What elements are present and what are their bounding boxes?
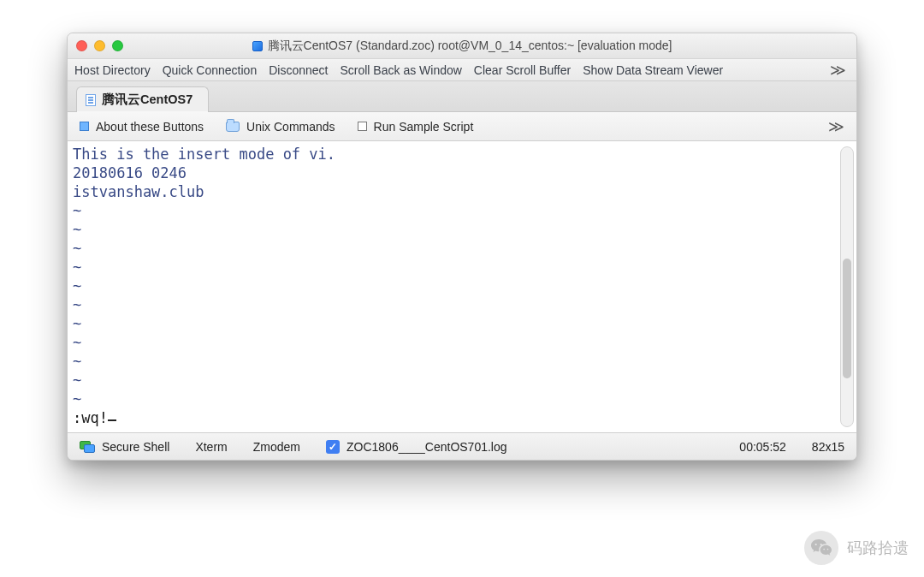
about-buttons[interactable]: About these Buttons	[80, 120, 204, 134]
status-term-label: Xterm	[195, 440, 227, 454]
run-sample-script[interactable]: Run Sample Script	[358, 120, 474, 134]
unix-commands[interactable]: Unix Commands	[226, 120, 335, 134]
term-tilde: ~	[73, 240, 81, 257]
term-line-3: istvanshaw.club	[73, 183, 204, 200]
titlebar: 腾讯云CentOS7 (Standard.zoc) root@VM_0_14_c…	[68, 33, 856, 59]
unix-commands-label: Unix Commands	[246, 120, 335, 134]
term-tilde: ~	[73, 259, 81, 276]
window-title: 腾讯云CentOS7 (Standard.zoc) root@VM_0_14_c…	[268, 39, 672, 54]
btnbar-overflow[interactable]: ≫	[828, 117, 844, 136]
folder-icon	[226, 122, 240, 132]
status-size: 82x15	[812, 440, 844, 454]
status-shell[interactable]: Secure Shell	[80, 440, 169, 454]
term-tilde: ~	[73, 372, 81, 389]
term-tilde: ~	[73, 202, 81, 219]
terminal[interactable]: This is the insert mode of vi. 20180616 …	[68, 141, 856, 432]
minimize-button[interactable]	[94, 40, 105, 51]
term-tilde: ~	[73, 315, 81, 332]
menu-quick-connection[interactable]: Quick Connection	[163, 63, 258, 77]
tabbar: 腾讯云CentOS7	[68, 81, 856, 112]
square-grey-icon	[358, 122, 367, 131]
menu-scroll-back[interactable]: Scroll Back as Window	[340, 63, 461, 77]
traffic-lights	[76, 40, 123, 51]
status-log[interactable]: ✓ ZOC1806____CentOS701.log	[326, 440, 507, 454]
status-size-value: 82x15	[812, 440, 844, 454]
window-icon	[252, 41, 263, 51]
status-shell-label: Secure Shell	[102, 440, 169, 454]
checkbox-icon[interactable]: ✓	[326, 440, 340, 454]
menu-data-stream[interactable]: Show Data Stream Viewer	[583, 63, 723, 77]
status-protocol-label: Zmodem	[253, 440, 300, 454]
term-tilde: ~	[73, 353, 81, 370]
menu-clear-scroll[interactable]: Clear Scroll Buffer	[474, 63, 571, 77]
status-term[interactable]: Xterm	[195, 440, 227, 454]
square-blue-icon	[80, 122, 89, 131]
maximize-button[interactable]	[112, 40, 123, 51]
menu-host-directory[interactable]: Host Directory	[74, 63, 151, 77]
status-protocol[interactable]: Zmodem	[253, 440, 300, 454]
about-buttons-label: About these Buttons	[96, 120, 204, 134]
term-command: :wq!	[73, 409, 108, 426]
term-line-1: This is the insert mode of vi.	[73, 146, 335, 163]
status-elapsed: 00:05:52	[739, 440, 786, 454]
watermark-text: 码路拾遗	[847, 538, 909, 558]
tab-label: 腾讯云CentOS7	[102, 92, 192, 108]
term-tilde: ~	[73, 334, 81, 351]
monitors-icon	[80, 441, 95, 453]
cursor	[108, 419, 116, 421]
run-sample-label: Run Sample Script	[374, 120, 474, 134]
term-tilde: ~	[73, 296, 81, 313]
close-button[interactable]	[76, 40, 87, 51]
button-toolbar: About these Buttons Unix Commands Run Sa…	[68, 112, 856, 141]
scrollbar-thumb[interactable]	[843, 259, 851, 378]
term-tilde: ~	[73, 221, 81, 238]
status-log-file: ZOC1806____CentOS701.log	[346, 440, 507, 454]
document-icon	[86, 94, 96, 106]
menubar: Host Directory Quick Connection Disconne…	[68, 59, 856, 81]
status-elapsed-value: 00:05:52	[739, 440, 786, 454]
statusbar: Secure Shell Xterm Zmodem ✓ ZOC1806____C…	[68, 432, 856, 460]
wechat-icon	[804, 531, 838, 565]
term-tilde: ~	[73, 390, 81, 407]
term-line-2: 20180616 0246	[73, 164, 187, 181]
app-window: 腾讯云CentOS7 (Standard.zoc) root@VM_0_14_c…	[67, 33, 857, 461]
term-tilde: ~	[73, 277, 81, 294]
scrollbar[interactable]	[840, 146, 854, 427]
tab-active[interactable]: 腾讯云CentOS7	[76, 86, 209, 112]
menubar-overflow[interactable]: ≫	[826, 61, 850, 80]
watermark: 码路拾遗	[804, 531, 909, 565]
menu-disconnect[interactable]: Disconnect	[269, 63, 328, 77]
terminal-wrap: This is the insert mode of vi. 20180616 …	[68, 141, 856, 432]
